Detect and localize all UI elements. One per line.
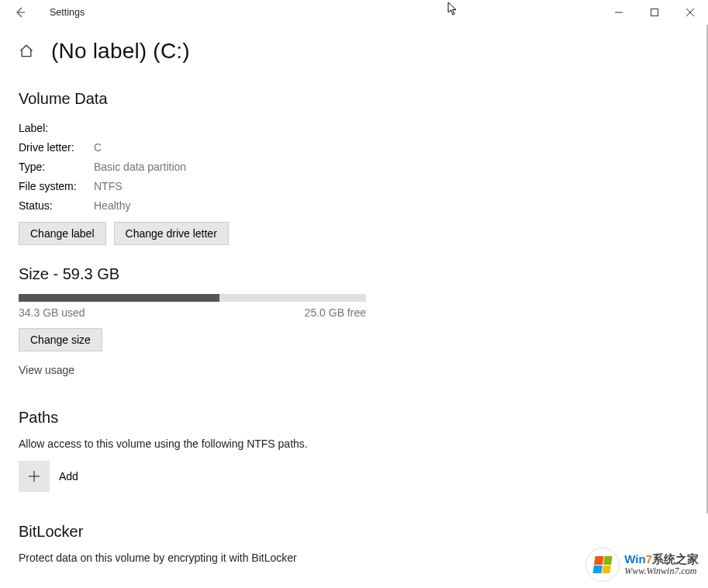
status-value: Healthy bbox=[94, 196, 130, 216]
page-header: (No label) (C:) bbox=[19, 39, 708, 64]
add-path-row: Add bbox=[19, 461, 708, 492]
type-key: Type: bbox=[19, 157, 94, 177]
home-icon[interactable] bbox=[19, 43, 34, 59]
file-system-value: NTFS bbox=[94, 177, 123, 196]
watermark-text: Win7系统之家 Www.Winwin7.com bbox=[624, 553, 699, 576]
add-path-button[interactable] bbox=[19, 461, 50, 492]
paths-heading: Paths bbox=[19, 409, 708, 427]
close-icon bbox=[686, 9, 694, 16]
watermark: Win7系统之家 Www.Winwin7.com bbox=[582, 546, 702, 583]
close-button[interactable] bbox=[672, 0, 708, 25]
maximize-button[interactable] bbox=[637, 0, 672, 25]
usage-labels: 34.3 GB used 25.0 GB free bbox=[19, 306, 366, 319]
watermark-cn: 系统之家 bbox=[652, 552, 699, 566]
watermark-win: Win bbox=[624, 552, 645, 566]
svg-rect-1 bbox=[651, 9, 658, 16]
drive-letter-key: Drive letter: bbox=[19, 138, 94, 157]
type-value: Basic data partition bbox=[94, 157, 186, 177]
minimize-button[interactable] bbox=[601, 0, 637, 25]
usage-bar-fill bbox=[19, 294, 219, 302]
plus-icon bbox=[27, 469, 41, 483]
content-area: (No label) (C:) Volume Data Label: Drive… bbox=[0, 25, 708, 588]
view-usage-link[interactable]: View usage bbox=[19, 364, 74, 376]
window-controls bbox=[601, 0, 708, 25]
free-label: 25.0 GB free bbox=[305, 306, 366, 319]
volume-data-actions: Change label Change drive letter bbox=[19, 222, 708, 245]
watermark-7: 7 bbox=[646, 552, 652, 566]
back-arrow-icon bbox=[14, 6, 26, 19]
volume-data-table: Label: Drive letter: C Type: Basic data … bbox=[19, 119, 708, 216]
watermark-url: Www.Winwin7.com bbox=[624, 566, 699, 576]
paths-description: Allow access to this volume using the fo… bbox=[19, 438, 708, 450]
used-label: 34.3 GB used bbox=[19, 306, 85, 319]
change-drive-letter-button[interactable]: Change drive letter bbox=[114, 222, 229, 245]
back-button[interactable] bbox=[8, 0, 33, 25]
table-row: Status: Healthy bbox=[19, 196, 708, 216]
maximize-icon bbox=[651, 9, 658, 16]
add-path-label: Add bbox=[59, 470, 78, 483]
file-system-key: File system: bbox=[19, 177, 94, 196]
table-row: File system: NTFS bbox=[19, 177, 708, 196]
watermark-logo-icon bbox=[585, 548, 620, 582]
titlebar: Settings bbox=[0, 0, 708, 25]
table-row: Type: Basic data partition bbox=[19, 157, 708, 177]
bitlocker-heading: BitLocker bbox=[19, 523, 708, 541]
table-row: Label: bbox=[19, 119, 708, 138]
change-size-button[interactable]: Change size bbox=[19, 328, 102, 351]
page-title: (No label) (C:) bbox=[51, 39, 190, 64]
table-row: Drive letter: C bbox=[19, 138, 708, 157]
size-heading: Size - 59.3 GB bbox=[19, 265, 708, 283]
volume-data-heading: Volume Data bbox=[19, 90, 708, 108]
drive-letter-value: C bbox=[94, 138, 102, 157]
status-key: Status: bbox=[19, 196, 94, 216]
window-title: Settings bbox=[50, 7, 85, 18]
minimize-icon bbox=[615, 9, 623, 16]
usage-bar bbox=[19, 294, 366, 302]
label-key: Label: bbox=[19, 119, 94, 138]
scrollbar[interactable] bbox=[702, 25, 708, 588]
change-label-button[interactable]: Change label bbox=[19, 222, 106, 245]
